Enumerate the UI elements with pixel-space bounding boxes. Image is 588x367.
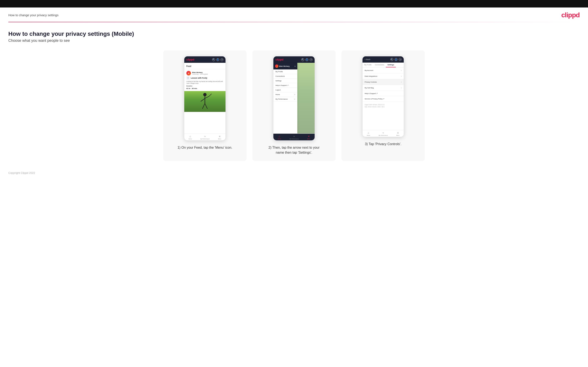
settings-item-serviceprivacy-label: Service & Privacy Policy ↗: [365, 98, 384, 100]
menu-item-connections-label: Connections: [276, 75, 285, 77]
step-1-phone-header: clippd 🔍 👤 ⊕: [184, 56, 225, 63]
settings-icon-3: ⊕: [399, 58, 402, 61]
performance-icon: ≈: [204, 135, 206, 138]
settings-item-helpsupport[interactable]: Help & Support ↗: [363, 91, 404, 96]
version-line-1: Clippd Client Version: 2022.8.3-3: [365, 104, 402, 106]
performance-icon-2: ≈: [293, 135, 295, 138]
settings-item-myaccount[interactable]: My Account ›: [363, 67, 404, 73]
menu-chevron-up: ∧: [294, 65, 296, 67]
steps-container: clippd 🔍 👤 ⊕ Feed B: [8, 50, 580, 161]
tab-myprofile[interactable]: My Profile: [363, 63, 373, 67]
svg-line-4: [202, 104, 205, 109]
home-icon: ⌂: [190, 135, 191, 138]
home-icon-3: ⌂: [368, 131, 369, 134]
svg-point-0: [203, 93, 207, 96]
nav-menu-3: ≡ Menu: [396, 131, 399, 136]
page-subheading: Choose what you want people to see: [8, 38, 580, 43]
step-1-logo: clippd: [186, 58, 194, 61]
feed-duration-value: 01 hr : 30 min: [186, 88, 223, 89]
search-icon-3: 🔍: [390, 58, 393, 61]
tab-connections[interactable]: Connections: [373, 63, 386, 67]
step-3-icons: 🔍 👤 ⊕: [390, 58, 402, 61]
chevron-down-icon-2: ∨: [294, 98, 295, 100]
nav-menu-2: ✕ Menu: [307, 135, 310, 140]
step-2-phone-header: clippd 🔍 👤 ⊕: [273, 56, 315, 63]
logo: clippd: [561, 11, 580, 19]
page-heading: How to change your privacy settings (Mob…: [8, 31, 580, 37]
settings-item-serviceprivacy[interactable]: Service & Privacy Policy ↗: [363, 96, 404, 102]
settings-version: Clippd Client Version: 2022.8.3-3 GQL Se…: [363, 102, 404, 110]
settings-item-dataintegrations[interactable]: Data Integrations ›: [363, 73, 404, 79]
feed-user-name: Blair McHarg: [192, 72, 208, 73]
step-1-icons: 🔍 👤 ⊕: [212, 58, 223, 61]
svg-line-6: [209, 94, 212, 96]
menu-item-connections: Connections: [273, 74, 297, 79]
svg-line-3: [205, 96, 209, 98]
step-2-logo: clippd: [276, 58, 283, 61]
menu-section-performance: My Performance ∨: [273, 97, 297, 101]
search-icon-2: 🔍: [301, 58, 304, 61]
feed-user-info: Blair McHarg Yesterday · Sunningdale: [192, 72, 208, 75]
menu-label-3: Menu: [396, 135, 399, 136]
menu-item-helpsupport-label: Help & Support ↗: [276, 84, 289, 86]
menu-avatar: [275, 65, 278, 68]
blurred-side: [297, 63, 315, 133]
feed-header: Feed: [184, 63, 225, 69]
feed-description: Looking to feel like my hands are exitin…: [186, 81, 223, 84]
user-icon-2: 👤: [305, 58, 308, 61]
settings-icon: ⊕: [221, 58, 223, 61]
settings-item-mygolfbag-label: My Golf Bag: [365, 87, 374, 89]
step-3-label: 3) Tap 'Privacy Controls'.: [365, 142, 401, 147]
svg-line-5: [205, 104, 208, 109]
home-label: Home: [189, 138, 192, 140]
step-2-card: clippd 🔍 👤 ⊕ Blair McHarg: [252, 50, 336, 161]
menu-section-home-label: Home: [276, 93, 280, 95]
step-2-label: 2) Then, tap the arrow next to yourname …: [268, 145, 320, 155]
performance-label: My Performance: [200, 138, 209, 140]
nav-home-3: ⌂ Home: [367, 131, 370, 136]
step-2-icons: 🔍 👤 ⊕: [301, 58, 312, 61]
menu-section-home: Home ∨: [273, 92, 297, 97]
feed-lesson-row: 📋 Lesson with Fordy: [186, 76, 223, 80]
step-1-bottom-nav: ⌂ Home ≈ My Performance ≡ Menu: [184, 133, 225, 140]
feed-user-meta: Yesterday · Sunningdale: [192, 73, 208, 75]
settings-item-privacycontrols-label: Privacy Controls: [365, 81, 377, 83]
performance-label-2: My Performance: [289, 138, 299, 140]
menu-item-logout: Logout: [273, 88, 297, 92]
settings-body: My Account › Data Integrations › Privacy…: [363, 67, 404, 130]
menu-user-name: Blair McHarg: [275, 65, 289, 68]
nav-performance-3: ≈ My Performance: [379, 131, 388, 136]
home-label-3: Home: [367, 135, 370, 136]
svg-line-2: [201, 98, 205, 101]
settings-item-privacycontrols[interactable]: Privacy Controls ›: [363, 79, 404, 85]
menu-item-helpsupport: Help & Support ↗: [273, 83, 297, 88]
feed-post: B Blair McHarg Yesterday · Sunningdale 📋…: [184, 69, 225, 91]
nav-performance: ≈ My Performance: [200, 135, 209, 140]
tab-settings[interactable]: Settings: [386, 63, 396, 67]
user-icon-3: 👤: [395, 58, 398, 61]
lesson-title: Lesson with Fordy: [191, 77, 208, 79]
menu-item-settings-label: Settings: [276, 80, 282, 82]
step-3-phone-header: < Back 🔍 👤 ⊕: [363, 56, 404, 63]
step-3-card: < Back 🔍 👤 ⊕ My Profile Connections Sett…: [341, 50, 425, 161]
header: How to change your privacy settings clip…: [0, 8, 588, 19]
nav-performance-2: ≈ My Performance: [289, 135, 299, 140]
home-icon-2: ⌂: [279, 135, 280, 138]
step-1-phone: clippd 🔍 👤 ⊕ Feed B: [184, 56, 226, 141]
golfer-svg: [197, 92, 213, 111]
step-3-bottom-nav: ⌂ Home ≈ My Performance ≡ Menu: [363, 130, 404, 137]
back-button: < Back: [365, 58, 370, 60]
menu-label: Menu: [218, 138, 221, 140]
chevron-down-icon: ∨: [294, 94, 295, 95]
performance-label-3: My Performance: [379, 135, 388, 136]
lesson-icon: 📋: [186, 76, 190, 80]
step-1-card: clippd 🔍 👤 ⊕ Feed B: [163, 50, 247, 161]
step-1-phone-body: Feed B Blair McHarg Yesterday · Sunningd…: [184, 63, 225, 133]
footer: Copyright Clippd 2022: [0, 167, 588, 179]
settings-item-mygolfbag[interactable]: My Golf Bag ›: [363, 85, 404, 91]
step-2-body: Blair McHarg ∧ My Profile Connections Se…: [273, 63, 315, 133]
feed-user-row: B Blair McHarg Yesterday · Sunningdale: [186, 71, 223, 75]
arrow-icon-3: ›: [401, 81, 402, 83]
menu-section-performance-label: My Performance: [276, 98, 288, 100]
settings-item-dataintegrations-label: Data Integrations: [365, 75, 377, 77]
